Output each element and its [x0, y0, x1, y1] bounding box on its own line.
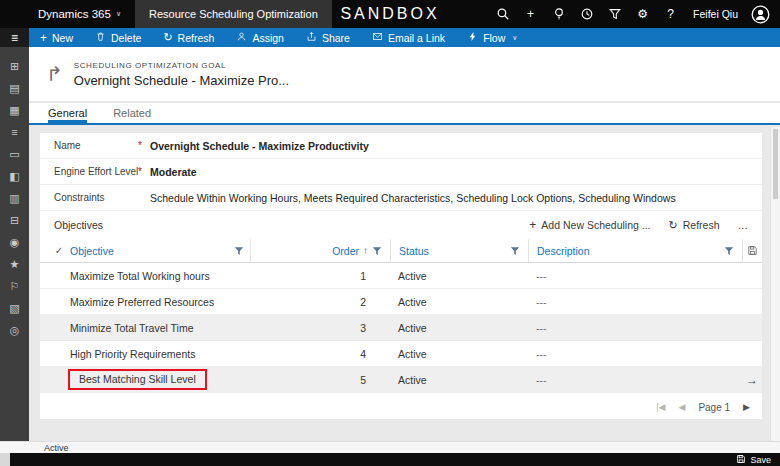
sidebar-columns-icon[interactable]: ▥ — [0, 187, 29, 209]
table-row[interactable]: High Priority Requirements 4 Active --- — [40, 341, 762, 367]
share-label: Share — [322, 32, 350, 44]
column-options-button[interactable] — [742, 239, 762, 262]
sidebar-menu-icon[interactable]: ≡ — [0, 121, 29, 143]
objective-column-label: Objective — [70, 245, 114, 257]
delete-button[interactable]: Delete — [84, 28, 152, 47]
sort-ascending-icon: ↑ — [363, 245, 368, 256]
help-icon[interactable]: ? — [663, 7, 678, 22]
sidebar-favorites-icon[interactable]: ★ — [0, 253, 29, 275]
clock-icon[interactable] — [579, 7, 594, 22]
row-checkbox[interactable] — [48, 315, 70, 340]
check-icon: ✓ — [55, 245, 63, 256]
name-field-value[interactable]: Overnight Schedule - Maximize Productivi… — [150, 140, 369, 152]
sidebar-table-icon[interactable]: ▦ — [0, 99, 29, 121]
status-cell: Active — [398, 322, 427, 334]
column-header-order[interactable]: Order ↑ — [250, 239, 390, 262]
app-switcher[interactable]: Resource Scheduling Optimization — [135, 0, 332, 28]
description-cell: --- — [536, 296, 547, 308]
select-all-checkbox[interactable]: ✓ — [48, 239, 70, 262]
save-view-icon — [747, 245, 758, 256]
constraints-value[interactable]: Schedule Within Working Hours, Meets Req… — [150, 192, 676, 204]
environment-banner: SANDBOX — [340, 5, 439, 23]
grid-pagination: |◀ ◀ Page 1 ▶ — [40, 395, 762, 419]
open-row-arrow-icon[interactable]: → — [746, 373, 758, 387]
search-icon[interactable] — [495, 7, 510, 22]
tab-related[interactable]: Related — [113, 107, 151, 123]
vertical-scrollbar[interactable] — [770, 127, 780, 441]
tab-general[interactable]: General — [48, 107, 87, 123]
objective-cell[interactable]: Maximize Total Working hours — [70, 270, 210, 282]
command-bar: + New Delete ↻ Refresh Assign Share Emai… — [29, 28, 780, 47]
record-header-text: SCHEDULING OPTIMIZATION GOAL Overnight S… — [74, 61, 289, 88]
sitemap-toggle[interactable]: ≡ — [0, 28, 29, 47]
filter-funnel-icon[interactable] — [510, 246, 520, 256]
table-row-highlighted[interactable]: Best Matching Skill Level 5 Active --- → — [40, 367, 762, 393]
row-checkbox[interactable] — [48, 289, 70, 314]
row-checkbox[interactable] — [48, 263, 70, 288]
sidebar-flag-icon[interactable]: ⚐ — [0, 275, 29, 297]
objectives-actions: + Add New Scheduling ... ↻ Refresh … — [529, 218, 748, 232]
objective-cell[interactable]: High Priority Requirements — [70, 348, 195, 360]
required-asterisk: * — [138, 140, 150, 151]
sidebar-collapse-icon[interactable]: ⊟ — [0, 209, 29, 231]
refresh-icon: ↻ — [163, 32, 172, 43]
column-header-objective[interactable]: Objective — [70, 239, 250, 262]
row-checkbox[interactable] — [48, 341, 70, 366]
objectives-section-header: Objectives + Add New Scheduling ... ↻ Re… — [40, 211, 762, 239]
gear-icon[interactable]: ⚙ — [635, 7, 650, 22]
objective-cell[interactable]: Maximize Preferred Resources — [70, 296, 214, 308]
brand-label: Dynamics 365 — [38, 8, 111, 20]
next-page-button[interactable]: ▶ — [743, 402, 750, 412]
flow-label: Flow — [483, 32, 505, 44]
flow-icon — [467, 31, 478, 44]
user-name[interactable]: Feifei Qiu — [693, 8, 738, 20]
quick-create-icon[interactable]: + — [523, 7, 538, 22]
column-header-description[interactable]: Description — [528, 239, 742, 262]
column-header-status[interactable]: Status — [390, 239, 528, 262]
sidebar-list-icon[interactable]: ▤ — [0, 77, 29, 99]
filter-icon[interactable] — [607, 7, 622, 22]
assign-button[interactable]: Assign — [225, 28, 295, 47]
lightbulb-icon[interactable] — [551, 7, 566, 22]
add-new-scheduling-button[interactable]: + Add New Scheduling ... — [529, 218, 650, 232]
sidebar-target-icon[interactable]: ◎ — [0, 319, 29, 341]
sidebar-grid-icon[interactable]: ⊞ — [0, 55, 29, 77]
app-window: Dynamics 365 ∨ Resource Scheduling Optim… — [0, 0, 780, 466]
more-commands-button[interactable]: … — [738, 219, 749, 231]
required-asterisk: * — [138, 166, 150, 177]
filter-funnel-icon[interactable] — [234, 246, 244, 256]
status-bar: Active — [0, 441, 780, 453]
brand-menu[interactable]: Dynamics 365 ∨ — [38, 8, 121, 20]
row-checkbox[interactable] — [48, 367, 70, 392]
envelope-icon — [372, 31, 383, 44]
sidebar-record-icon[interactable]: ◉ — [0, 231, 29, 253]
field-row-name: Name * Overnight Schedule - Maximize Pro… — [40, 133, 762, 159]
avatar[interactable] — [751, 5, 770, 24]
filter-funnel-icon[interactable] — [372, 246, 382, 256]
new-label: New — [52, 32, 73, 44]
sidebar-card-icon[interactable]: ▭ — [0, 143, 29, 165]
subgrid-refresh-button[interactable]: ↻ Refresh — [669, 219, 720, 232]
email-link-button[interactable]: Email a Link — [361, 28, 456, 47]
engine-effort-value[interactable]: Moderate — [150, 166, 197, 178]
save-button[interactable]: Save — [736, 454, 780, 466]
sidebar-split-view-icon[interactable]: ◧ — [0, 165, 29, 187]
status-cell: Active — [398, 270, 427, 282]
objective-cell[interactable]: Best Matching Skill Level — [79, 373, 196, 385]
scrollbar-thumb[interactable] — [773, 129, 778, 199]
order-cell: 5 — [360, 374, 366, 386]
table-row[interactable]: Maximize Preferred Resources 2 Active --… — [40, 289, 762, 315]
table-row[interactable]: Maximize Total Working hours 1 Active --… — [40, 263, 762, 289]
first-page-button[interactable]: |◀ — [656, 402, 665, 412]
share-button[interactable]: Share — [295, 28, 361, 47]
filter-funnel-icon[interactable] — [724, 246, 734, 256]
objective-cell[interactable]: Minimize Total Travel Time — [70, 322, 194, 334]
table-row[interactable]: Minimize Total Travel Time 3 Active --- — [40, 315, 762, 341]
refresh-button[interactable]: ↻ Refresh — [152, 28, 225, 47]
record-header: ↱ SCHEDULING OPTIMIZATION GOAL Overnight… — [29, 47, 780, 102]
sidebar-report-icon[interactable]: ▧ — [0, 297, 29, 319]
flow-button[interactable]: Flow ∨ — [456, 28, 528, 47]
description-column-label: Description — [537, 245, 590, 257]
new-button[interactable]: + New — [29, 28, 84, 47]
previous-page-button[interactable]: ◀ — [678, 402, 685, 412]
